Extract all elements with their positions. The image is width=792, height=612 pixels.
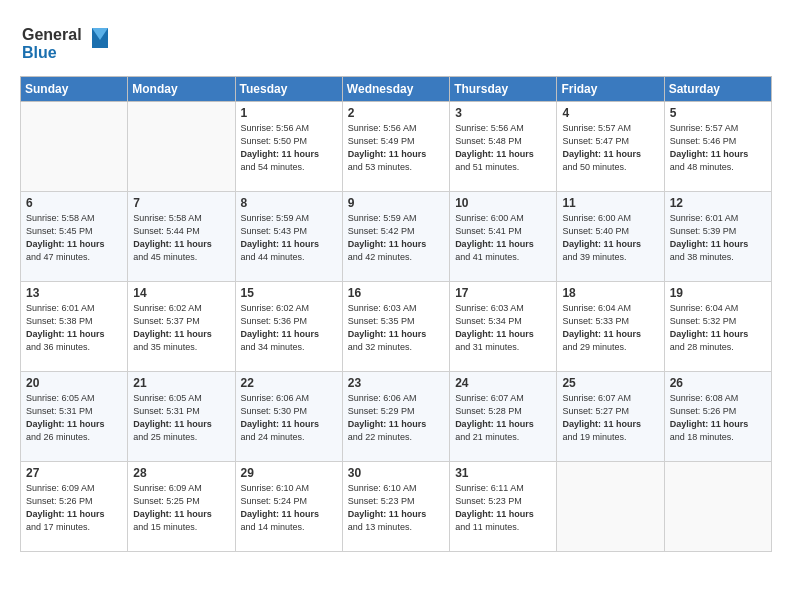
day-cell: 27Sunrise: 6:09 AMSunset: 5:26 PMDayligh… <box>21 462 128 552</box>
week-row-1: 1Sunrise: 5:56 AMSunset: 5:50 PMDaylight… <box>21 102 772 192</box>
day-number: 10 <box>455 196 551 210</box>
day-content: Sunrise: 6:08 AMSunset: 5:26 PMDaylight:… <box>670 392 766 444</box>
day-content: Sunrise: 5:59 AMSunset: 5:42 PMDaylight:… <box>348 212 444 264</box>
day-cell: 31Sunrise: 6:11 AMSunset: 5:23 PMDayligh… <box>450 462 557 552</box>
header-cell-tuesday: Tuesday <box>235 77 342 102</box>
header-cell-wednesday: Wednesday <box>342 77 449 102</box>
day-number: 24 <box>455 376 551 390</box>
header-cell-sunday: Sunday <box>21 77 128 102</box>
day-number: 31 <box>455 466 551 480</box>
day-number: 16 <box>348 286 444 300</box>
day-number: 3 <box>455 106 551 120</box>
day-cell <box>128 102 235 192</box>
week-row-3: 13Sunrise: 6:01 AMSunset: 5:38 PMDayligh… <box>21 282 772 372</box>
day-content: Sunrise: 6:07 AMSunset: 5:28 PMDaylight:… <box>455 392 551 444</box>
day-number: 9 <box>348 196 444 210</box>
day-number: 7 <box>133 196 229 210</box>
day-cell: 14Sunrise: 6:02 AMSunset: 5:37 PMDayligh… <box>128 282 235 372</box>
page: General Blue SundayMondayTuesdayWednesda… <box>0 0 792 568</box>
day-number: 29 <box>241 466 337 480</box>
day-number: 1 <box>241 106 337 120</box>
day-cell: 26Sunrise: 6:08 AMSunset: 5:26 PMDayligh… <box>664 372 771 462</box>
day-content: Sunrise: 6:04 AMSunset: 5:32 PMDaylight:… <box>670 302 766 354</box>
day-cell: 18Sunrise: 6:04 AMSunset: 5:33 PMDayligh… <box>557 282 664 372</box>
day-cell: 25Sunrise: 6:07 AMSunset: 5:27 PMDayligh… <box>557 372 664 462</box>
day-cell: 3Sunrise: 5:56 AMSunset: 5:48 PMDaylight… <box>450 102 557 192</box>
day-cell: 13Sunrise: 6:01 AMSunset: 5:38 PMDayligh… <box>21 282 128 372</box>
day-number: 20 <box>26 376 122 390</box>
day-cell: 6Sunrise: 5:58 AMSunset: 5:45 PMDaylight… <box>21 192 128 282</box>
day-number: 2 <box>348 106 444 120</box>
day-number: 5 <box>670 106 766 120</box>
day-content: Sunrise: 6:02 AMSunset: 5:37 PMDaylight:… <box>133 302 229 354</box>
svg-text:General: General <box>22 26 82 43</box>
day-number: 15 <box>241 286 337 300</box>
day-cell: 29Sunrise: 6:10 AMSunset: 5:24 PMDayligh… <box>235 462 342 552</box>
day-content: Sunrise: 6:09 AMSunset: 5:26 PMDaylight:… <box>26 482 122 534</box>
day-number: 8 <box>241 196 337 210</box>
day-content: Sunrise: 5:56 AMSunset: 5:50 PMDaylight:… <box>241 122 337 174</box>
day-content: Sunrise: 6:01 AMSunset: 5:38 PMDaylight:… <box>26 302 122 354</box>
day-number: 28 <box>133 466 229 480</box>
day-content: Sunrise: 6:02 AMSunset: 5:36 PMDaylight:… <box>241 302 337 354</box>
day-content: Sunrise: 6:03 AMSunset: 5:34 PMDaylight:… <box>455 302 551 354</box>
day-cell: 15Sunrise: 6:02 AMSunset: 5:36 PMDayligh… <box>235 282 342 372</box>
week-row-2: 6Sunrise: 5:58 AMSunset: 5:45 PMDaylight… <box>21 192 772 282</box>
day-cell: 9Sunrise: 5:59 AMSunset: 5:42 PMDaylight… <box>342 192 449 282</box>
day-content: Sunrise: 6:05 AMSunset: 5:31 PMDaylight:… <box>133 392 229 444</box>
day-cell: 7Sunrise: 5:58 AMSunset: 5:44 PMDaylight… <box>128 192 235 282</box>
day-cell: 22Sunrise: 6:06 AMSunset: 5:30 PMDayligh… <box>235 372 342 462</box>
header-cell-saturday: Saturday <box>664 77 771 102</box>
day-content: Sunrise: 5:58 AMSunset: 5:45 PMDaylight:… <box>26 212 122 264</box>
day-cell: 12Sunrise: 6:01 AMSunset: 5:39 PMDayligh… <box>664 192 771 282</box>
day-cell: 1Sunrise: 5:56 AMSunset: 5:50 PMDaylight… <box>235 102 342 192</box>
day-content: Sunrise: 6:06 AMSunset: 5:30 PMDaylight:… <box>241 392 337 444</box>
day-cell: 17Sunrise: 6:03 AMSunset: 5:34 PMDayligh… <box>450 282 557 372</box>
day-number: 11 <box>562 196 658 210</box>
day-number: 17 <box>455 286 551 300</box>
day-cell: 2Sunrise: 5:56 AMSunset: 5:49 PMDaylight… <box>342 102 449 192</box>
day-content: Sunrise: 6:05 AMSunset: 5:31 PMDaylight:… <box>26 392 122 444</box>
day-number: 25 <box>562 376 658 390</box>
logo-text: General Blue <box>20 20 110 68</box>
day-content: Sunrise: 6:07 AMSunset: 5:27 PMDaylight:… <box>562 392 658 444</box>
svg-text:Blue: Blue <box>22 44 57 61</box>
logo: General Blue <box>20 20 110 68</box>
day-content: Sunrise: 5:56 AMSunset: 5:48 PMDaylight:… <box>455 122 551 174</box>
day-number: 18 <box>562 286 658 300</box>
day-content: Sunrise: 6:04 AMSunset: 5:33 PMDaylight:… <box>562 302 658 354</box>
day-cell: 4Sunrise: 5:57 AMSunset: 5:47 PMDaylight… <box>557 102 664 192</box>
day-content: Sunrise: 6:00 AMSunset: 5:41 PMDaylight:… <box>455 212 551 264</box>
day-number: 4 <box>562 106 658 120</box>
header-cell-monday: Monday <box>128 77 235 102</box>
day-cell <box>557 462 664 552</box>
day-number: 27 <box>26 466 122 480</box>
day-number: 26 <box>670 376 766 390</box>
day-content: Sunrise: 6:10 AMSunset: 5:24 PMDaylight:… <box>241 482 337 534</box>
day-number: 13 <box>26 286 122 300</box>
header-cell-thursday: Thursday <box>450 77 557 102</box>
day-content: Sunrise: 6:01 AMSunset: 5:39 PMDaylight:… <box>670 212 766 264</box>
day-cell <box>664 462 771 552</box>
calendar-table: SundayMondayTuesdayWednesdayThursdayFrid… <box>20 76 772 552</box>
day-number: 30 <box>348 466 444 480</box>
day-cell: 11Sunrise: 6:00 AMSunset: 5:40 PMDayligh… <box>557 192 664 282</box>
day-content: Sunrise: 6:00 AMSunset: 5:40 PMDaylight:… <box>562 212 658 264</box>
header-row: SundayMondayTuesdayWednesdayThursdayFrid… <box>21 77 772 102</box>
day-cell: 21Sunrise: 6:05 AMSunset: 5:31 PMDayligh… <box>128 372 235 462</box>
day-content: Sunrise: 5:56 AMSunset: 5:49 PMDaylight:… <box>348 122 444 174</box>
day-number: 21 <box>133 376 229 390</box>
day-cell: 30Sunrise: 6:10 AMSunset: 5:23 PMDayligh… <box>342 462 449 552</box>
day-content: Sunrise: 6:11 AMSunset: 5:23 PMDaylight:… <box>455 482 551 534</box>
day-cell: 23Sunrise: 6:06 AMSunset: 5:29 PMDayligh… <box>342 372 449 462</box>
day-cell: 28Sunrise: 6:09 AMSunset: 5:25 PMDayligh… <box>128 462 235 552</box>
day-content: Sunrise: 6:03 AMSunset: 5:35 PMDaylight:… <box>348 302 444 354</box>
day-cell: 8Sunrise: 5:59 AMSunset: 5:43 PMDaylight… <box>235 192 342 282</box>
day-cell: 19Sunrise: 6:04 AMSunset: 5:32 PMDayligh… <box>664 282 771 372</box>
day-content: Sunrise: 5:57 AMSunset: 5:47 PMDaylight:… <box>562 122 658 174</box>
day-cell: 5Sunrise: 5:57 AMSunset: 5:46 PMDaylight… <box>664 102 771 192</box>
week-row-4: 20Sunrise: 6:05 AMSunset: 5:31 PMDayligh… <box>21 372 772 462</box>
week-row-5: 27Sunrise: 6:09 AMSunset: 5:26 PMDayligh… <box>21 462 772 552</box>
day-cell: 10Sunrise: 6:00 AMSunset: 5:41 PMDayligh… <box>450 192 557 282</box>
day-cell: 16Sunrise: 6:03 AMSunset: 5:35 PMDayligh… <box>342 282 449 372</box>
